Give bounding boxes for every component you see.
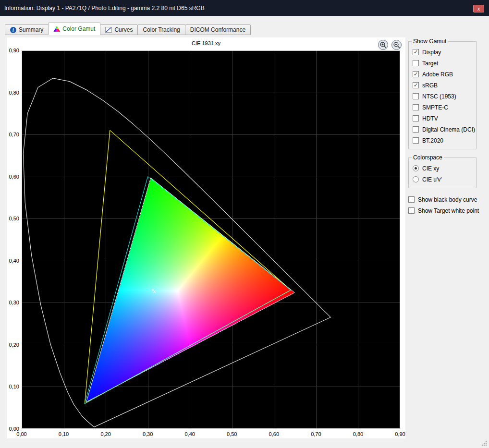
- tab-color-tracking[interactable]: Color Tracking: [137, 24, 185, 35]
- chart-title: CIE 1931 xy: [7, 40, 405, 46]
- extra-options: Show black body curveShow Target white p…: [408, 194, 477, 216]
- x-tick-label: 0,90: [392, 431, 408, 437]
- tab-summary[interactable]: i Summary: [5, 24, 49, 35]
- x-tick-label: 0,80: [350, 431, 366, 437]
- side-panel: Show Gamut ✓DisplayTarget✓Adobe RGB✓sRGB…: [408, 37, 477, 216]
- y-tick-label: 0,80: [7, 90, 19, 96]
- radio-button[interactable]: [413, 176, 419, 182]
- radio-cie-u-v[interactable]: CIE u'v': [413, 174, 474, 185]
- colorspace-group-label: Colorspace: [412, 154, 444, 161]
- titlebar[interactable]: Information: Display 1 - PA271Q / Photo …: [0, 0, 489, 16]
- option-label: Show Target white point: [418, 207, 479, 214]
- radio-button[interactable]: [413, 165, 419, 171]
- colorspace-group: Colorspace CIE xyCIE u'v': [408, 157, 477, 188]
- show-gamut-group-label: Show Gamut: [412, 38, 448, 45]
- chromaticity-plot[interactable]: [22, 50, 400, 429]
- checkbox[interactable]: [413, 93, 419, 99]
- x-tick-label: 0,30: [140, 431, 156, 437]
- zoom-out-icon: [393, 41, 401, 49]
- checkbox-display[interactable]: ✓Display: [413, 47, 474, 58]
- zoom-controls: [378, 40, 402, 50]
- option-label: BT.2020: [422, 137, 443, 144]
- close-button[interactable]: x: [473, 5, 484, 12]
- option-label: Display: [422, 49, 441, 56]
- option-label: Adobe RGB: [422, 71, 453, 78]
- checkbox-bt-2020[interactable]: BT.2020: [413, 135, 474, 146]
- y-tick-label: 0,10: [7, 384, 19, 389]
- radio-cie-xy[interactable]: CIE xy: [413, 163, 474, 174]
- show-gamut-group: Show Gamut ✓DisplayTarget✓Adobe RGB✓sRGB…: [408, 41, 477, 149]
- tab-label: Curves: [114, 26, 133, 33]
- checkbox-srgb[interactable]: ✓sRGB: [413, 80, 474, 91]
- x-tick-label: 0,70: [308, 431, 324, 437]
- checkbox-ntsc-1953[interactable]: NTSC (1953): [413, 91, 474, 102]
- checkbox-adobe-rgb[interactable]: ✓Adobe RGB: [413, 69, 474, 80]
- tab-curves[interactable]: Curves: [100, 24, 138, 35]
- y-tick-label: 0,70: [7, 132, 19, 137]
- option-label: HDTV: [422, 115, 438, 122]
- option-label: NTSC (1953): [422, 93, 456, 100]
- window-title: Information: Display 1 - PA271Q / Photo …: [4, 5, 205, 12]
- checkbox[interactable]: ✓: [413, 49, 419, 55]
- x-tick-label: 0,10: [56, 431, 72, 437]
- checkbox[interactable]: [413, 137, 419, 144]
- checkbox[interactable]: ✓: [413, 82, 419, 88]
- info-icon: i: [10, 27, 16, 33]
- y-tick-label: 0,30: [7, 300, 19, 305]
- option-label: SMPTE-C: [422, 104, 448, 111]
- y-tick-label: 0,50: [7, 216, 19, 221]
- option-label: Digital Cinema (DCI): [422, 126, 475, 133]
- resize-grip[interactable]: [481, 440, 488, 447]
- option-label: CIE u'v': [422, 176, 442, 183]
- checkbox[interactable]: [413, 60, 419, 66]
- checkbox[interactable]: ✓: [413, 71, 419, 77]
- y-tick-label: 0,00: [7, 426, 19, 432]
- checkbox-digital-cinema-dci[interactable]: Digital Cinema (DCI): [413, 124, 474, 135]
- checkbox[interactable]: [413, 104, 419, 110]
- checkbox-smpte-c[interactable]: SMPTE-C: [413, 102, 474, 113]
- x-tick-label: 0,60: [266, 431, 282, 437]
- checkbox[interactable]: [408, 207, 415, 214]
- checkbox-show-target-white-point[interactable]: Show Target white point: [408, 205, 477, 216]
- x-tick-label: 0,40: [182, 431, 198, 437]
- zoom-out-button[interactable]: [391, 40, 402, 50]
- x-tick-label: 0,00: [13, 431, 30, 437]
- checkbox[interactable]: [413, 126, 419, 133]
- tab-label: Color Gamut: [62, 25, 95, 32]
- option-label: Target: [422, 60, 438, 67]
- checkbox-show-black-body-curve[interactable]: Show black body curve: [408, 194, 477, 205]
- x-tick-label: 0,50: [224, 431, 240, 437]
- option-label: Show black body curve: [418, 196, 477, 203]
- y-tick-label: 0,90: [7, 48, 19, 53]
- y-tick-label: 0,20: [7, 342, 19, 348]
- checkbox[interactable]: [408, 196, 415, 203]
- tab-label: Summary: [19, 26, 43, 33]
- option-label: CIE xy: [422, 165, 439, 172]
- zoom-in-icon: [379, 41, 387, 49]
- gamut-icon: [53, 26, 60, 32]
- checkbox-target[interactable]: Target: [413, 58, 474, 69]
- zoom-in-button[interactable]: [378, 40, 388, 50]
- y-tick-label: 0,60: [7, 174, 19, 180]
- tab-dicom-conformance[interactable]: DICOM Conformance: [185, 24, 251, 35]
- checkbox-hdtv[interactable]: HDTV: [413, 113, 474, 124]
- tab-label: Color Tracking: [143, 26, 180, 33]
- tab-label: DICOM Conformance: [190, 26, 245, 33]
- tab-color-gamut[interactable]: Color Gamut: [48, 23, 100, 35]
- x-tick-label: 0,20: [98, 431, 114, 437]
- curves-icon: [105, 27, 112, 33]
- tab-strip: i Summary Color Gamut Curves Color Track…: [5, 23, 250, 35]
- option-label: sRGB: [422, 82, 438, 89]
- chart-widget: CIE 1931 xy 0,000,100,200,300,400,500,60…: [7, 37, 405, 438]
- checkbox[interactable]: [413, 115, 419, 121]
- y-tick-label: 0,40: [7, 258, 19, 264]
